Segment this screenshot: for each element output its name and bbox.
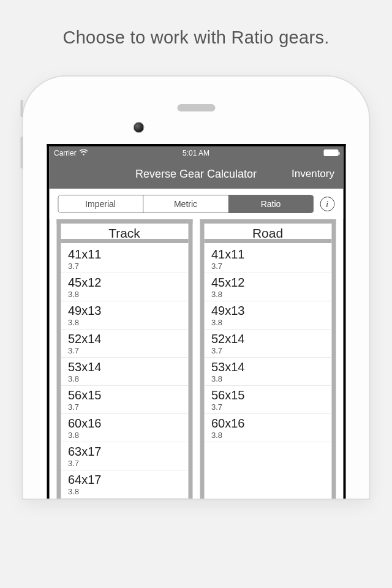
list-item[interactable]: 52x14 3.7: [61, 330, 188, 358]
gear-label: 45x12: [68, 275, 181, 290]
gear-ratio: 3.8: [211, 431, 324, 440]
phone-side-button: [21, 100, 23, 117]
gear-label: 63x17: [68, 444, 181, 459]
list-item[interactable]: 64x17 3.8: [61, 470, 188, 499]
list-item[interactable]: 41x11 3.7: [61, 245, 188, 273]
list-item[interactable]: 53x14 3.8: [61, 358, 188, 386]
gear-label: 41x11: [68, 247, 181, 262]
segmented-control: Imperial Metric Ratio: [58, 195, 314, 213]
list-item[interactable]: 60x16 3.8: [204, 414, 331, 442]
phone-frame: Carrier 5:01 AM Reverse Gear Calculator …: [23, 77, 369, 499]
status-time: 5:01 AM: [183, 149, 209, 157]
gear-label: 56x15: [211, 388, 324, 402]
list-item[interactable]: 45x12 3.8: [61, 273, 188, 301]
gear-label: 52x14: [68, 331, 181, 346]
track-column: Track 41x11 3.7 45x12 3.8 49x13 3.8: [56, 219, 192, 499]
phone-speaker: [177, 104, 215, 111]
segment-ratio[interactable]: Ratio: [228, 195, 313, 213]
gear-label: 64x17: [68, 472, 181, 487]
wifi-icon: [80, 149, 88, 157]
gear-ratio: 3.7: [68, 262, 181, 271]
nav-bar: Reverse Gear Calculator Inventory: [49, 159, 343, 189]
gear-label: 53x14: [68, 360, 181, 374]
phone-volume-button: [21, 137, 23, 168]
gear-ratio: 3.7: [68, 346, 181, 355]
segment-metric[interactable]: Metric: [143, 195, 228, 213]
list-item[interactable]: 63x17 3.7: [61, 442, 188, 470]
gear-label: 41x11: [211, 247, 324, 262]
gear-label: 60x16: [68, 416, 181, 431]
track-list[interactable]: 41x11 3.7 45x12 3.8 49x13 3.8 52x14 3.7: [61, 243, 188, 499]
gear-ratio: 3.7: [211, 262, 324, 271]
gear-ratio: 3.7: [211, 346, 324, 355]
road-header: Road: [204, 224, 331, 243]
phone-screen: Carrier 5:01 AM Reverse Gear Calculator …: [47, 144, 345, 499]
gear-ratio: 3.7: [68, 459, 181, 468]
segment-imperial[interactable]: Imperial: [58, 195, 143, 213]
toolbar: Imperial Metric Ratio i: [49, 189, 343, 219]
road-column: Road 41x11 3.7 45x12 3.8 49x13 3.8: [200, 219, 336, 499]
gear-ratio: 3.8: [211, 318, 324, 327]
battery-icon: [323, 149, 338, 156]
nav-title: Reverse Gear Calculator: [135, 168, 257, 181]
list-item[interactable]: 45x12 3.8: [204, 273, 331, 301]
status-carrier: Carrier: [54, 149, 77, 157]
list-item[interactable]: 56x15 3.7: [204, 386, 331, 414]
status-bar: Carrier 5:01 AM: [49, 146, 343, 159]
track-header: Track: [61, 224, 188, 243]
gear-label: 60x16: [211, 416, 324, 431]
gear-ratio: 3.8: [211, 290, 324, 299]
list-item[interactable]: 41x11 3.7: [204, 245, 331, 273]
lists-container: Track 41x11 3.7 45x12 3.8 49x13 3.8: [49, 219, 343, 499]
gear-ratio: 3.8: [68, 374, 181, 383]
gear-label: 45x12: [211, 275, 324, 290]
list-item[interactable]: 49x13 3.8: [61, 301, 188, 330]
phone-camera: [134, 122, 145, 133]
list-item[interactable]: 56x15 3.7: [61, 386, 188, 414]
gear-ratio: 3.8: [68, 431, 181, 440]
gear-ratio: 3.8: [211, 374, 324, 383]
list-item[interactable]: 53x14 3.8: [204, 358, 331, 386]
gear-label: 53x14: [211, 360, 324, 374]
gear-label: 56x15: [68, 388, 181, 402]
gear-ratio: 3.7: [211, 402, 324, 412]
gear-ratio: 3.8: [68, 318, 181, 327]
inventory-button[interactable]: Inventory: [292, 168, 334, 180]
road-list[interactable]: 41x11 3.7 45x12 3.8 49x13 3.8 52x14 3.7: [204, 243, 331, 442]
list-item[interactable]: 60x16 3.8: [61, 414, 188, 442]
gear-label: 49x13: [68, 303, 181, 318]
gear-ratio: 3.8: [68, 290, 181, 299]
promo-text: Choose to work with Ratio gears.: [0, 0, 392, 48]
list-item[interactable]: 49x13 3.8: [204, 301, 331, 330]
gear-label: 52x14: [211, 331, 324, 346]
gear-label: 49x13: [211, 303, 324, 318]
list-item[interactable]: 52x14 3.7: [204, 330, 331, 358]
gear-ratio: 3.7: [68, 402, 181, 412]
info-icon[interactable]: i: [320, 197, 334, 211]
gear-ratio: 3.8: [68, 487, 181, 496]
